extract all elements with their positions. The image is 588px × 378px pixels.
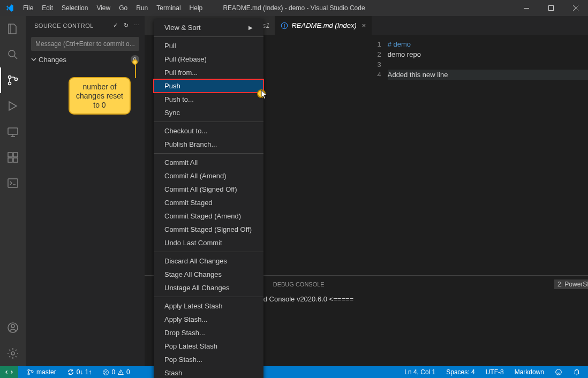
changes-section[interactable]: Changes 0: [26, 53, 145, 66]
menu-terminal[interactable]: Terminal: [152, 0, 185, 16]
menu-push[interactable]: Push: [154, 79, 263, 93]
menu-edit[interactable]: Edit: [37, 0, 57, 16]
menu-view-sort[interactable]: View & Sort ▶: [154, 21, 263, 34]
window-controls: [514, 0, 588, 16]
terminal-dropdown[interactable]: 2: PowerShell Integrated: [554, 279, 588, 289]
menu-pop-latest-stash[interactable]: Pop Latest Stash: [154, 339, 263, 353]
svg-point-3: [9, 76, 11, 79]
svg-rect-0: [524, 8, 529, 9]
status-bell-icon[interactable]: [571, 366, 583, 378]
chevron-right-icon: ▶: [248, 25, 253, 31]
status-position[interactable]: Ln 4, Col 1: [402, 366, 438, 378]
accounts-icon[interactable]: [0, 315, 26, 341]
remote-indicator[interactable]: [0, 366, 18, 378]
menu-checkout-to[interactable]: Checkout to...: [154, 124, 263, 138]
menu-go[interactable]: Go: [115, 0, 132, 16]
status-bar: master 0↓ 1↑ 0 0 Ln 4, Col 1 Spaces: 4 U…: [0, 366, 588, 378]
explorer-icon[interactable]: [0, 16, 26, 42]
status-feedback-icon[interactable]: [553, 366, 564, 378]
more-actions-icon[interactable]: ⋯: [134, 22, 140, 29]
changes-label: Changes: [39, 56, 66, 64]
menu-drop-stash[interactable]: Drop Stash...: [154, 326, 263, 339]
maximize-button[interactable]: [539, 0, 563, 16]
menu-apply-stash[interactable]: Apply Stash...: [154, 313, 263, 326]
info-icon: [281, 22, 288, 29]
line-gutter: 1234: [366, 35, 386, 275]
activity-bar: [0, 16, 26, 366]
minimize-button[interactable]: [514, 0, 539, 16]
svg-point-27: [556, 369, 562, 375]
menu-stash[interactable]: Stash: [154, 366, 263, 378]
menu-sync[interactable]: Sync: [154, 106, 263, 119]
code-content[interactable]: # demo demo repo Added this new line: [386, 35, 588, 275]
commit-check-icon[interactable]: ✓: [113, 22, 118, 29]
menu-push-to[interactable]: Push to...: [154, 93, 263, 106]
menu-commit-all-signed[interactable]: Commit All (Signed Off): [154, 183, 263, 196]
menu-commit-all-amend[interactable]: Commit All (Amend): [154, 169, 263, 183]
svg-point-24: [28, 373, 29, 375]
tab-label: README.md (Index): [291, 21, 356, 29]
menu-commit-all[interactable]: Commit All: [154, 156, 263, 169]
menubar: File Edit Selection View Go Run Terminal…: [19, 0, 207, 16]
source-control-sidebar: SOURCE CONTROL ✓ ↻ ⋯ Message (Ctrl+Enter…: [26, 16, 145, 366]
close-button[interactable]: [563, 0, 588, 16]
menu-pop-stash[interactable]: Pop Stash...: [154, 353, 263, 366]
menu-publish-branch[interactable]: Publish Branch...: [154, 138, 263, 151]
menu-selection[interactable]: Selection: [57, 0, 92, 16]
svg-point-14: [11, 352, 14, 355]
source-control-icon[interactable]: [0, 67, 26, 93]
panel-tab-debug-console[interactable]: DEBUG CONSOLE: [273, 281, 325, 288]
svg-point-2: [9, 50, 15, 57]
menu-commit-staged-amend[interactable]: Commit Staged (Amend): [154, 209, 263, 223]
close-tab-icon[interactable]: ×: [362, 21, 366, 29]
svg-rect-7: [8, 153, 12, 157]
menu-undo-last-commit[interactable]: Undo Last Commit: [154, 236, 263, 250]
vscode-logo-icon: [0, 4, 19, 12]
run-debug-icon[interactable]: [0, 93, 26, 119]
svg-rect-1: [549, 6, 554, 11]
annotation-callout: number of changes reset to 0: [69, 77, 131, 115]
search-icon[interactable]: [0, 42, 26, 67]
refresh-icon[interactable]: ↻: [124, 22, 129, 29]
svg-point-13: [11, 324, 14, 328]
annotation-pointer-line: [135, 64, 136, 78]
cursor-icon: [261, 90, 269, 100]
extensions-icon[interactable]: [0, 145, 26, 170]
status-spaces[interactable]: Spaces: 4: [444, 366, 477, 378]
svg-point-16: [284, 24, 285, 25]
menu-unstage-all[interactable]: Unstage All Changes: [154, 281, 263, 294]
status-branch[interactable]: master: [25, 366, 58, 378]
svg-rect-10: [13, 158, 18, 162]
terminal-panel-icon[interactable]: [0, 170, 26, 196]
window-title: README.md (Index) - demo - Visual Studio…: [223, 4, 365, 12]
svg-point-4: [9, 82, 11, 85]
chevron-down-icon: [31, 57, 36, 62]
titlebar: File Edit Selection View Go Run Terminal…: [0, 0, 588, 16]
menu-pull-rebase[interactable]: Pull (Rebase): [154, 52, 263, 66]
menu-help[interactable]: Help: [185, 0, 207, 16]
svg-rect-6: [8, 128, 18, 134]
menu-apply-latest-stash[interactable]: Apply Latest Stash: [154, 299, 263, 313]
menu-run[interactable]: Run: [132, 0, 152, 16]
status-problems[interactable]: 0 0: [100, 366, 132, 378]
status-language[interactable]: Markdown: [512, 366, 546, 378]
menu-discard-all[interactable]: Discard All Changes: [154, 254, 263, 268]
tab-readme-index[interactable]: README.md (Index) ×: [275, 16, 372, 35]
commit-message-input[interactable]: Message (Ctrl+Enter to commit o...: [31, 37, 139, 51]
menu-commit-staged-signed[interactable]: Commit Staged (Signed Off): [154, 223, 263, 236]
menu-file[interactable]: File: [19, 0, 37, 16]
svg-rect-17: [284, 25, 285, 27]
remote-explorer-icon[interactable]: [0, 119, 26, 145]
svg-rect-8: [13, 153, 18, 157]
status-sync[interactable]: 0↓ 1↑: [65, 366, 94, 378]
menu-pull[interactable]: Pull: [154, 39, 263, 52]
status-encoding[interactable]: UTF-8: [484, 366, 506, 378]
settings-gear-icon[interactable]: [0, 341, 26, 366]
menu-stage-all[interactable]: Stage All Changes: [154, 268, 263, 281]
menu-commit-staged[interactable]: Commit Staged: [154, 196, 263, 209]
scm-context-menu: View & Sort ▶ Pull Pull (Rebase) Pull fr…: [154, 19, 263, 378]
menu-pull-from[interactable]: Pull from...: [154, 66, 263, 79]
menu-view[interactable]: View: [92, 0, 115, 16]
svg-point-23: [28, 369, 29, 371]
svg-rect-11: [8, 179, 18, 187]
